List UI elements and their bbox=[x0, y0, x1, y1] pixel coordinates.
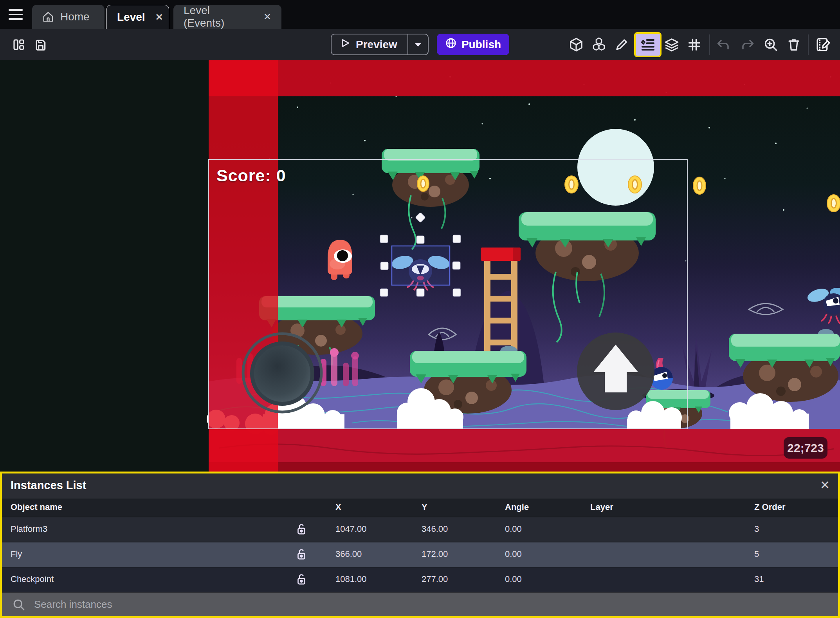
tab-level-events-label: Level (Events) bbox=[184, 4, 253, 29]
instance-x[interactable]: 1047.00 bbox=[335, 524, 367, 534]
instance-z-order[interactable]: 3 bbox=[754, 524, 759, 534]
tab-level[interactable]: Level ✕ bbox=[106, 5, 169, 29]
moon bbox=[577, 129, 654, 206]
trash-icon[interactable] bbox=[786, 37, 802, 52]
unlock-icon[interactable] bbox=[295, 522, 309, 537]
score-hud-text: Score: 0 bbox=[216, 166, 286, 185]
instance-name: Fly bbox=[11, 549, 22, 559]
column-header-layer[interactable]: Layer bbox=[590, 502, 613, 512]
preview-button[interactable]: Preview bbox=[331, 34, 429, 55]
tab-bar: Home Level ✕ Level (Events) ✕ bbox=[0, 0, 840, 29]
instance-angle[interactable]: 0.00 bbox=[505, 549, 522, 559]
objects-cube-icon[interactable] bbox=[568, 37, 584, 52]
instance-y[interactable]: 277.00 bbox=[422, 574, 448, 584]
hamburger-menu-icon[interactable] bbox=[9, 9, 23, 20]
chevron-down-icon[interactable] bbox=[408, 42, 428, 47]
zoom-in-icon[interactable] bbox=[763, 37, 779, 52]
publish-button[interactable]: Publish bbox=[437, 34, 509, 55]
close-icon[interactable]: ✕ bbox=[820, 478, 830, 492]
scene-artwork bbox=[0, 60, 840, 472]
instance-angle[interactable]: 0.00 bbox=[505, 574, 522, 584]
layers-icon[interactable] bbox=[664, 37, 680, 52]
instance-angle[interactable]: 0.00 bbox=[505, 524, 522, 534]
instance-y[interactable]: 346.00 bbox=[422, 524, 448, 534]
close-icon[interactable]: ✕ bbox=[263, 11, 271, 22]
instance-x[interactable]: 1081.00 bbox=[335, 574, 367, 584]
instances-list-panel: Instances List ✕ Object name X Y Angle L… bbox=[0, 472, 840, 618]
column-header-z-order[interactable]: Z Order bbox=[754, 502, 785, 512]
instances-table-header: Object name X Y Angle Layer Z Order bbox=[2, 499, 838, 517]
edit-pencil-icon[interactable] bbox=[614, 37, 629, 52]
edit-events-icon[interactable] bbox=[815, 37, 831, 52]
instance-z-order[interactable]: 31 bbox=[754, 574, 764, 584]
grid-icon[interactable] bbox=[687, 37, 702, 52]
instance-name: Platform3 bbox=[11, 524, 47, 534]
unlock-icon[interactable] bbox=[295, 548, 309, 562]
tab-home-label: Home bbox=[60, 11, 90, 23]
column-header-x[interactable]: X bbox=[335, 502, 341, 512]
unlock-icon[interactable] bbox=[295, 573, 309, 587]
red-zone-bottom-edge bbox=[209, 462, 840, 472]
instance-row-fly-selected[interactable]: Fly 366.00 172.00 0.00 5 bbox=[2, 542, 838, 567]
save-icon[interactable] bbox=[33, 37, 49, 52]
cursor-coordinates-badge: 22;723 bbox=[784, 437, 827, 459]
jump-button[interactable] bbox=[577, 332, 654, 410]
undo-icon[interactable] bbox=[716, 37, 731, 52]
scene-editor-canvas[interactable]: Score: 0 22;723 bbox=[0, 60, 840, 472]
globe-icon bbox=[445, 37, 457, 52]
column-header-angle[interactable]: Angle bbox=[505, 502, 529, 512]
instances-panel-title: Instances List bbox=[11, 479, 86, 492]
layout-panels-icon[interactable] bbox=[11, 37, 27, 52]
instances-panel-header: Instances List ✕ bbox=[2, 473, 838, 499]
publish-button-label: Publish bbox=[461, 38, 501, 51]
preview-button-label: Preview bbox=[356, 38, 397, 51]
toolbar: Preview Publish bbox=[0, 29, 840, 60]
tab-home[interactable]: Home bbox=[32, 5, 105, 29]
instances-list-icon bbox=[640, 36, 656, 53]
instances-search-bar bbox=[2, 593, 838, 616]
instance-x[interactable]: 366.00 bbox=[335, 549, 362, 559]
instance-y[interactable]: 172.00 bbox=[422, 549, 448, 559]
instance-row-checkpoint[interactable]: Checkpoint 1081.00 277.00 0.00 31 bbox=[2, 567, 838, 592]
divider bbox=[808, 34, 809, 55]
column-header-y[interactable]: Y bbox=[422, 502, 427, 512]
column-header-object-name[interactable]: Object name bbox=[11, 502, 62, 512]
joystick-control[interactable] bbox=[243, 334, 321, 412]
instances-list-button-highlighted[interactable] bbox=[634, 32, 662, 57]
instance-row-platform3[interactable]: Platform3 1047.00 346.00 0.00 3 bbox=[2, 517, 838, 542]
redo-icon[interactable] bbox=[740, 37, 755, 52]
object-groups-icon[interactable] bbox=[591, 37, 607, 52]
search-instances-input[interactable] bbox=[34, 593, 778, 616]
divider bbox=[709, 34, 710, 55]
player-character[interactable] bbox=[328, 240, 352, 280]
close-icon[interactable]: ✕ bbox=[155, 12, 163, 23]
instance-name: Checkpoint bbox=[11, 574, 54, 584]
instance-z-order[interactable]: 5 bbox=[754, 549, 759, 559]
play-icon bbox=[340, 38, 350, 51]
red-zone-top[interactable] bbox=[209, 60, 840, 96]
home-icon bbox=[42, 11, 54, 23]
tab-level-label: Level bbox=[117, 11, 145, 23]
app-window: Home Level ✕ Level (Events) ✕ Preview bbox=[0, 0, 840, 618]
tab-level-events[interactable]: Level (Events) ✕ bbox=[173, 5, 281, 29]
search-icon bbox=[12, 598, 25, 611]
